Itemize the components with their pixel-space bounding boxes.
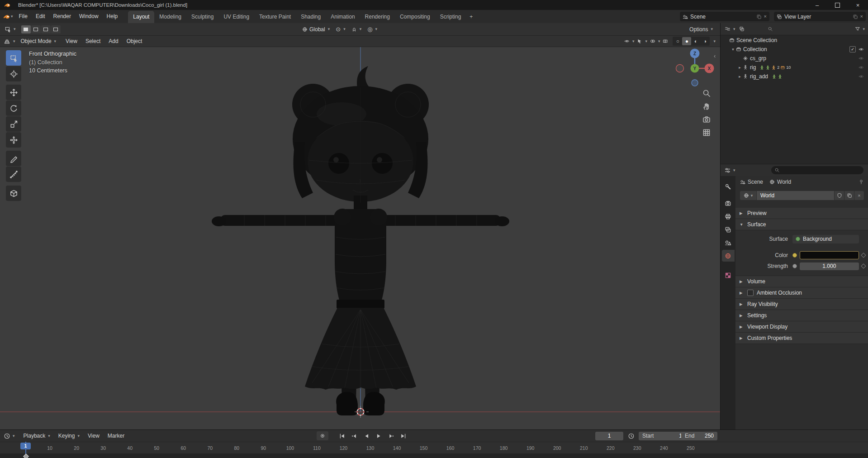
panel-header-viewport-display[interactable]: ▶Viewport Display <box>735 321 868 333</box>
snap-toggle[interactable]: ▾ <box>351 27 362 32</box>
viewport-menu-object[interactable]: Object <box>123 36 147 47</box>
workspace-tab-texture-paint[interactable]: Texture Paint <box>254 11 296 23</box>
menu-window[interactable]: Window <box>75 10 103 23</box>
overlays-dropdown[interactable]: ▾ <box>650 38 660 44</box>
camera-view-icon[interactable] <box>702 115 711 124</box>
playhead-badge[interactable]: 1 <box>20 443 31 449</box>
view-layer-selector[interactable]: View Layer × <box>774 12 866 21</box>
ortho-grid-icon[interactable] <box>702 128 711 137</box>
display-mode-icon[interactable] <box>739 26 745 32</box>
transform-orientation-dropdown[interactable]: Global ▾ <box>302 26 330 33</box>
animate-decorator-icon[interactable] <box>861 263 866 268</box>
region-collapse-icon[interactable]: ‹ <box>714 52 716 59</box>
outliner-row-collection[interactable]: ▾Collection✓ <box>721 45 868 54</box>
workspace-tab-shading[interactable]: Shading <box>296 11 326 23</box>
workspace-tab-compositing[interactable]: Compositing <box>395 11 435 23</box>
outliner-expand-icon[interactable]: ▾ <box>730 48 736 52</box>
scene-selector[interactable]: Scene × <box>680 12 769 21</box>
gizmos-dropdown[interactable]: ▾ <box>637 38 647 44</box>
timeline-ruler[interactable]: 1020304050607080901001101201301401501601… <box>0 442 868 454</box>
panel-header-custom-properties[interactable]: ▶Custom Properties <box>735 333 868 344</box>
character-wireframe-model[interactable] <box>212 66 509 415</box>
titlebar[interactable]: Blender* [C:\Users\WAQAR COMPUTER\Downlo… <box>0 0 868 10</box>
menu-help[interactable]: Help <box>103 10 122 23</box>
blender-menu-button[interactable]: ▾ <box>3 13 13 20</box>
outliner-row-rig[interactable]: ▸rig210 <box>721 63 868 72</box>
workspace-tab-uv-editing[interactable]: UV Editing <box>218 11 254 23</box>
workspace-tab-sculpting[interactable]: Sculpting <box>186 11 218 23</box>
pin-icon[interactable] <box>859 179 864 185</box>
pivot-point-dropdown[interactable]: ⊙ ▾ <box>336 26 345 32</box>
gizmo-neg-z-ball[interactable] <box>692 80 698 86</box>
breadcrumb-world[interactable]: World <box>769 179 791 185</box>
panel-header-ambient-occlusion[interactable]: ▶Ambient Occlusion <box>735 287 868 299</box>
browse-world-button[interactable]: ▾ <box>740 191 756 200</box>
tab-output[interactable] <box>722 210 735 222</box>
timeline-menu-view[interactable]: View <box>84 430 104 442</box>
frame-end-field[interactable]: End 250 <box>681 432 717 440</box>
zoom-icon[interactable] <box>702 89 711 98</box>
properties-editor-icon[interactable] <box>724 167 731 174</box>
close-button[interactable]: × <box>848 0 868 10</box>
filter-icon[interactable] <box>855 26 860 32</box>
shading-solid-button[interactable]: ● <box>682 37 691 45</box>
menu-file[interactable]: File <box>15 10 32 23</box>
new-scene-icon[interactable] <box>756 14 762 19</box>
proportional-editing-dropdown[interactable]: ◎ ▾ <box>367 26 377 32</box>
scale-tool-button[interactable] <box>6 116 21 132</box>
tab-world[interactable] <box>722 250 735 262</box>
add-cube-tool-button[interactable] <box>6 186 21 201</box>
panel-header-volume[interactable]: ▶Volume <box>735 276 868 287</box>
select-mode-new-button[interactable] <box>21 25 31 33</box>
cursor-tool-button[interactable] <box>6 66 21 81</box>
outliner-expand-icon[interactable]: ▸ <box>737 66 743 70</box>
nav-gizmo[interactable]: X Z Y <box>676 49 714 86</box>
tab-scene[interactable] <box>722 237 735 248</box>
shading-dropdown-icon[interactable]: ▾ <box>713 39 716 43</box>
shading-rendered-button[interactable]: ◑ <box>700 37 709 45</box>
shading-material-button[interactable]: ◐ <box>691 37 700 45</box>
snap-dropdown-icon[interactable]: ▾ <box>360 27 362 31</box>
tab-render[interactable] <box>722 197 735 209</box>
outliner-row-scene-collection[interactable]: Scene Collection <box>721 36 868 45</box>
mode-dropdown[interactable]: Object Mode ▾ <box>19 37 58 45</box>
unlink-scene-icon[interactable]: × <box>764 14 767 19</box>
shading-wireframe-button[interactable]: ○ <box>673 37 682 45</box>
viewport-menu-add[interactable]: Add <box>104 36 122 47</box>
rotate-tool-button[interactable] <box>6 100 21 116</box>
outliner-expand-icon[interactable]: ▸ <box>737 75 743 79</box>
timeline-menu-playback[interactable]: Playback▾ <box>19 430 54 442</box>
viewport-menu-select[interactable]: Select <box>81 36 104 47</box>
active-tool-button[interactable]: ▾ <box>0 26 19 33</box>
checkbox-icon[interactable]: ✓ <box>849 46 856 52</box>
eye-icon[interactable] <box>859 74 864 79</box>
pan-hand-icon[interactable] <box>702 102 711 111</box>
world-color-swatch[interactable] <box>800 251 859 259</box>
viewport-3d[interactable]: X Z Y Front Orthographic (1) Collection … <box>0 47 720 429</box>
select-mode-intersect-button[interactable] <box>51 25 61 33</box>
outliner-row-cs-grp[interactable]: cs_grp <box>721 54 868 63</box>
next-keyframe-button[interactable] <box>385 431 397 440</box>
breadcrumb-scene[interactable]: Scene <box>740 179 763 185</box>
current-frame-field[interactable]: 1 <box>595 432 623 440</box>
preview-range-clock-icon[interactable] <box>628 433 635 439</box>
panel-header-surface[interactable]: ▼Surface <box>735 219 868 230</box>
options-dropdown[interactable]: Options ▾ <box>689 26 713 33</box>
annotate-tool-button[interactable] <box>6 151 21 166</box>
workspace-tab-rendering[interactable]: Rendering <box>360 11 395 23</box>
play-button[interactable] <box>373 431 384 440</box>
viewport-menu-view[interactable]: View <box>62 36 81 47</box>
panel-header-preview[interactable]: ▶Preview <box>735 208 868 219</box>
object-visibility-dropdown[interactable]: ▾ <box>624 38 635 44</box>
workspace-tab-modeling[interactable]: Modeling <box>154 11 186 23</box>
world-name-field[interactable]: World <box>757 191 834 200</box>
frame-start-field[interactable]: Start 1 <box>639 432 686 440</box>
gizmo-neg-x-ball[interactable] <box>676 65 684 72</box>
jump-to-start-button[interactable] <box>337 431 348 440</box>
workspace-tab-scripting[interactable]: Scripting <box>435 11 466 23</box>
menu-render[interactable]: Render <box>49 10 75 23</box>
new-view-layer-icon[interactable] <box>853 14 858 19</box>
previous-keyframe-button[interactable] <box>349 431 360 440</box>
measure-tool-button[interactable] <box>6 167 21 182</box>
timeline-editor-button[interactable]: ▾ <box>4 433 15 439</box>
